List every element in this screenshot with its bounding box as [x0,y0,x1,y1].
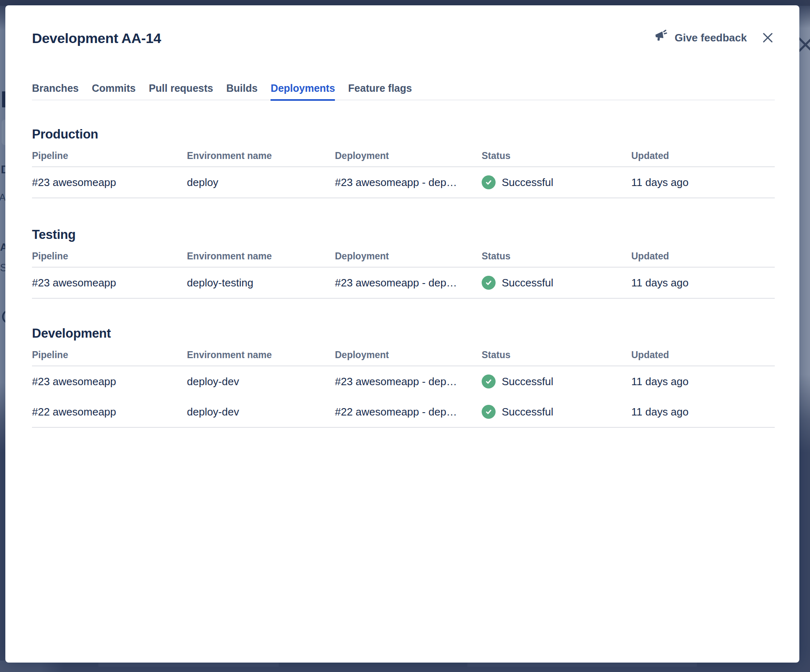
pipeline-link[interactable]: #23 awesomeapp [32,367,187,396]
table-row: #23 awesomeapp deploy-testing #23 awesom… [32,268,775,299]
column-header-deployment: Deployment [335,350,482,361]
status-cell: Successful [482,366,631,397]
updated-value: 11 days ago [631,268,775,297]
development-dialog: Development AA-14 Give feedback [5,5,799,663]
column-header-updated: Updated [631,350,775,361]
deployment-link[interactable]: #23 awesomeapp - dep… [335,367,482,396]
table-row: #22 awesomeapp deploy-dev #22 awesomeapp… [32,397,775,428]
environment-name: deploy-dev [187,397,335,427]
deployment-link[interactable]: #23 awesomeapp - dep… [335,268,482,297]
pipeline-link[interactable]: #23 awesomeapp [32,168,187,197]
status-cell: Successful [482,397,631,427]
tab-commits[interactable]: Commits [92,82,136,101]
deployments-table: Pipeline Environment name Deployment Sta… [32,251,775,299]
status-label: Successful [502,375,553,388]
background-seam [467,663,697,667]
column-header-environment: Environment name [187,350,335,361]
check-circle-icon [482,276,496,290]
tab-feature-flags[interactable]: Feature flags [348,82,412,101]
dialog-header: Development AA-14 Give feedback [32,29,775,47]
deployments-table: Pipeline Environment name Deployment Sta… [32,150,775,198]
header-actions: Give feedback [654,30,775,45]
check-circle-icon [482,175,496,189]
column-header-pipeline: Pipeline [32,150,187,161]
table-header-row: Pipeline Environment name Deployment Sta… [32,251,775,268]
section-testing: Testing Pipeline Environment name Deploy… [32,227,775,299]
column-header-status: Status [482,350,631,361]
column-header-status: Status [482,150,631,161]
background-right-strip [799,6,810,672]
table-header-row: Pipeline Environment name Deployment Sta… [32,150,775,167]
column-header-updated: Updated [631,150,775,161]
column-header-status: Status [482,251,631,262]
column-header-deployment: Deployment [335,251,482,262]
give-feedback-label: Give feedback [675,32,747,44]
pipeline-link[interactable]: #23 awesomeapp [32,268,187,297]
background-seam [98,663,279,667]
column-header-updated: Updated [631,251,775,262]
section-heading: Production [32,127,775,142]
status-cell: Successful [482,167,631,198]
updated-value: 11 days ago [631,397,775,427]
dialog-title: Development AA-14 [32,29,161,47]
environment-name: deploy-dev [187,367,335,396]
megaphone-icon [653,29,671,47]
tab-builds[interactable]: Builds [226,82,257,101]
dialog-tabs: Branches Commits Pull requests Builds De… [32,82,775,100]
check-circle-icon [482,375,496,388]
table-row: #23 awesomeapp deploy-dev #23 awesomeapp… [32,366,775,397]
section-heading: Testing [32,227,775,243]
status-label: Successful [502,406,553,418]
deployment-link[interactable]: #23 awesomeapp - dep… [335,168,482,197]
section-heading: Development [32,326,775,341]
status-cell: Successful [482,268,631,298]
give-feedback-button[interactable]: Give feedback [654,30,747,45]
environment-name: deploy [187,168,335,197]
tab-branches[interactable]: Branches [32,82,79,101]
column-header-pipeline: Pipeline [32,350,187,361]
section-production: Production Pipeline Environment name Dep… [32,127,775,198]
deployments-table: Pipeline Environment name Deployment Sta… [32,350,775,428]
column-header-deployment: Deployment [335,150,482,161]
column-header-pipeline: Pipeline [32,251,187,262]
updated-value: 11 days ago [631,168,775,197]
table-header-row: Pipeline Environment name Deployment Sta… [32,350,775,366]
background-top-bar [0,0,810,6]
tab-deployments[interactable]: Deployments [271,82,335,101]
column-header-environment: Environment name [187,150,335,161]
deployment-link[interactable]: #22 awesomeapp - dep… [335,397,482,427]
close-icon[interactable] [761,31,775,45]
background-letter-fragment: A [0,192,6,203]
section-development: Development Pipeline Environment name De… [32,326,775,428]
column-header-environment: Environment name [187,251,335,262]
updated-value: 11 days ago [631,367,775,396]
tab-pull-requests[interactable]: Pull requests [149,82,213,101]
check-circle-icon [482,405,496,419]
status-label: Successful [502,176,553,189]
status-label: Successful [502,277,553,289]
table-row: #23 awesomeapp deploy #23 awesomeapp - d… [32,167,775,198]
pipeline-link[interactable]: #22 awesomeapp [32,397,187,427]
environment-name: deploy-testing [187,268,335,297]
